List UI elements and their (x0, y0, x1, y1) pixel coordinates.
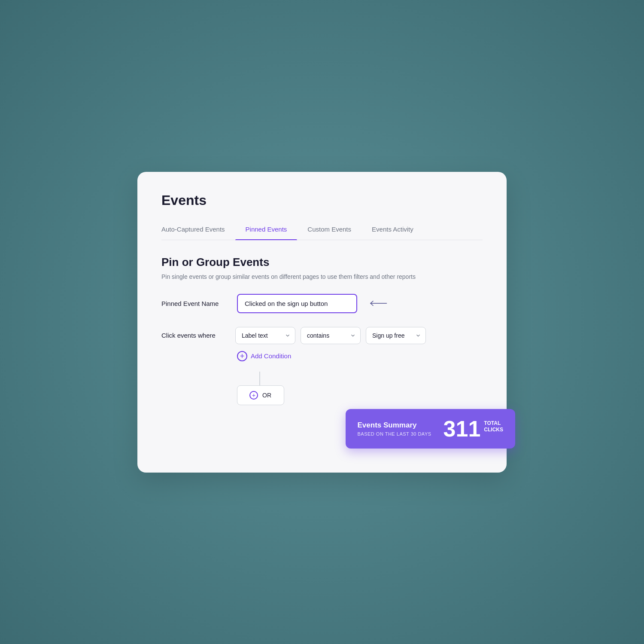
field-select[interactable]: Label text URL Element ID Class name (235, 327, 295, 344)
summary-text-block: Events Summary BASED ON THE LAST 30 DAYS (358, 421, 431, 436)
section-description: Pin single events or group similar event… (161, 273, 483, 280)
or-plus-icon: + (249, 391, 258, 400)
events-summary-card: Events Summary BASED ON THE LAST 30 DAYS… (346, 409, 516, 449)
value-select-wrapper: Sign up free Get started Register (366, 327, 426, 344)
summary-count-label-line1: TOTAL (484, 420, 503, 427)
add-condition-icon: + (237, 351, 247, 361)
tab-pinned[interactable]: Pinned Events (235, 219, 298, 240)
pinned-event-label: Pinned Event Name (161, 300, 230, 307)
field-select-wrapper: Label text URL Element ID Class name (235, 327, 295, 344)
conditions-area: Click events where Label text URL Elemen… (161, 327, 483, 405)
tab-custom[interactable]: Custom Events (297, 219, 361, 240)
operator-select-wrapper: contains equals starts with ends with (301, 327, 361, 344)
or-button[interactable]: + OR (237, 385, 284, 405)
page-title: Events (161, 192, 483, 208)
arrow-indicator (364, 298, 390, 308)
condition-row: Click events where Label text URL Elemen… (161, 327, 483, 344)
pinned-event-name-input[interactable] (237, 294, 357, 313)
section-title: Pin or Group Events (161, 256, 483, 269)
or-section: + OR (237, 372, 483, 405)
summary-title: Events Summary (358, 421, 431, 430)
summary-count: 311 (444, 418, 481, 440)
summary-count-label: TOTAL CLICKS (484, 418, 503, 433)
summary-count-block: 311 TOTAL CLICKS (444, 418, 503, 440)
add-condition-label: Add Condition (251, 352, 291, 360)
value-select[interactable]: Sign up free Get started Register (366, 327, 426, 344)
tabs-nav: Auto-Captured Events Pinned Events Custo… (161, 219, 483, 240)
main-card: Events Auto-Captured Events Pinned Event… (137, 172, 507, 473)
pinned-event-name-row: Pinned Event Name (161, 294, 483, 313)
add-condition-button[interactable]: + Add Condition (237, 351, 291, 361)
tab-activity[interactable]: Events Activity (361, 219, 424, 240)
summary-subtitle: BASED ON THE LAST 30 DAYS (358, 431, 431, 436)
operator-select[interactable]: contains equals starts with ends with (301, 327, 361, 344)
summary-count-label-line2: CLICKS (484, 427, 503, 433)
condition-label: Click events where (161, 332, 230, 339)
or-label: OR (262, 392, 271, 399)
or-divider-line (259, 372, 260, 385)
tab-auto-captured[interactable]: Auto-Captured Events (161, 219, 235, 240)
